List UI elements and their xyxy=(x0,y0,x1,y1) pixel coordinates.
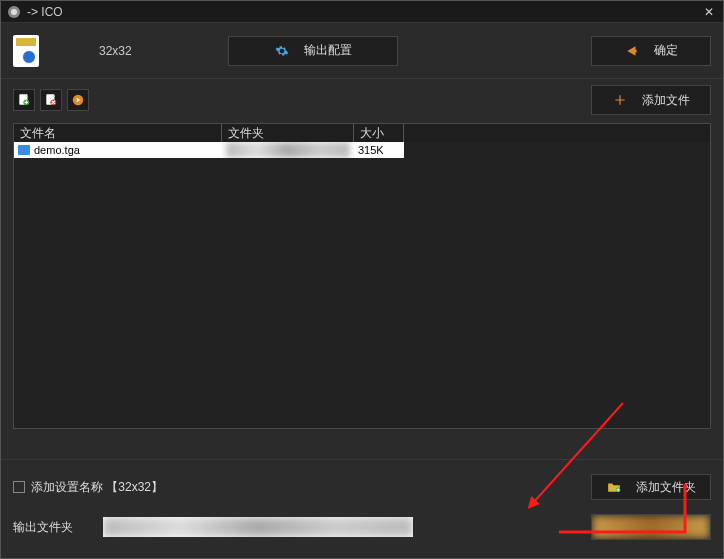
toolbar: 添加文件 xyxy=(1,79,723,123)
file-table: 文件名 文件夹 大小 demo.tga 315K xyxy=(13,123,711,429)
col-folder[interactable]: 文件夹 xyxy=(222,124,354,142)
cell-filename: demo.tga xyxy=(14,142,222,158)
col-size[interactable]: 大小 xyxy=(354,124,404,142)
titlebar: -> ICO ✕ xyxy=(1,1,723,23)
output-config-button[interactable]: 输出配置 xyxy=(228,36,398,66)
cell-size: 315K xyxy=(354,142,404,158)
filename-text: demo.tga xyxy=(34,144,80,156)
icon-size-label: 32x32 xyxy=(99,44,132,58)
output-folder-path[interactable] xyxy=(103,517,413,537)
bottom-panel: 添加设置名称 【32x32】 添加文件夹 输出文件夹 xyxy=(1,459,723,558)
add-settings-checkbox[interactable] xyxy=(13,481,25,493)
ok-label: 确定 xyxy=(654,42,678,59)
output-action-button[interactable] xyxy=(591,514,711,540)
add-file-button[interactable]: 添加文件 xyxy=(591,85,711,115)
add-settings-label: 添加设置名称 【32x32】 xyxy=(31,479,163,496)
file-icon xyxy=(18,145,30,155)
play-button[interactable] xyxy=(67,89,89,111)
folder-plus-icon xyxy=(606,479,622,495)
plus-icon xyxy=(612,92,628,108)
add-folder-button[interactable]: 添加文件夹 xyxy=(591,474,711,500)
remove-page-button[interactable] xyxy=(40,89,62,111)
table-header: 文件名 文件夹 大小 xyxy=(14,124,710,142)
ok-button[interactable]: 确定 xyxy=(591,36,711,66)
add-folder-label: 添加文件夹 xyxy=(636,479,696,496)
col-filename[interactable]: 文件名 xyxy=(14,124,222,142)
cell-folder xyxy=(222,142,354,158)
table-row[interactable]: demo.tga 315K xyxy=(14,142,404,158)
svg-point-1 xyxy=(11,9,17,15)
add-page-button[interactable] xyxy=(13,89,35,111)
ico-preview-icon xyxy=(13,35,39,67)
app-icon xyxy=(7,5,21,19)
top-panel: 32x32 输出配置 确定 xyxy=(1,23,723,79)
window-title: -> ICO xyxy=(27,5,63,19)
close-button[interactable]: ✕ xyxy=(701,4,717,20)
add-file-label: 添加文件 xyxy=(642,92,690,109)
output-folder-label: 输出文件夹 xyxy=(13,519,73,536)
output-config-label: 输出配置 xyxy=(304,42,352,59)
arrow-right-icon xyxy=(624,43,640,59)
gear-icon xyxy=(274,43,290,59)
